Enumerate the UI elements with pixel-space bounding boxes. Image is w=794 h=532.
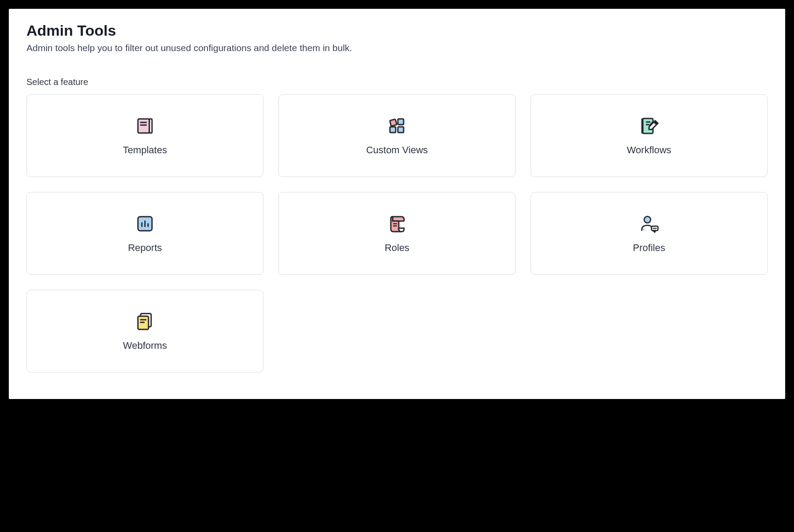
feature-card-roles[interactable]: Roles [278,192,516,275]
feature-card-custom-views[interactable]: Custom Views [278,94,516,177]
page-title: Admin Tools [26,22,768,39]
svg-rect-7 [398,127,404,133]
reports-icon [134,213,156,234]
feature-label: Custom Views [366,144,428,156]
feature-card-templates[interactable]: Templates [26,94,263,177]
feature-card-profiles[interactable]: Profiles [531,192,768,275]
webforms-icon [134,311,156,332]
feature-label: Templates [123,144,167,156]
feature-label: Reports [128,242,162,254]
svg-marker-23 [653,231,656,233]
profiles-icon [638,213,660,234]
feature-label: Workflows [627,144,671,156]
feature-card-webforms[interactable]: Webforms [26,290,263,373]
svg-rect-21 [642,229,645,231]
svg-rect-4 [390,119,397,126]
roles-icon [386,213,408,234]
svg-rect-6 [390,127,396,133]
svg-point-20 [644,216,651,223]
feature-card-workflows[interactable]: Workflows [531,94,768,177]
admin-tools-page: Admin Tools Admin tools help you to filt… [9,9,785,399]
feature-grid: Templates Custom Views [26,94,768,373]
section-label: Select a feature [26,77,768,87]
templates-icon [134,115,156,137]
svg-rect-1 [149,119,152,133]
feature-label: Webforms [123,340,167,351]
feature-label: Profiles [633,242,665,254]
page-subtitle: Admin tools help you to filter out unuse… [26,43,768,53]
workflows-icon [638,115,660,137]
svg-rect-0 [138,119,149,133]
feature-label: Roles [385,242,409,254]
svg-rect-5 [398,119,404,125]
feature-card-reports[interactable]: Reports [26,192,263,275]
custom-views-icon [386,115,408,137]
